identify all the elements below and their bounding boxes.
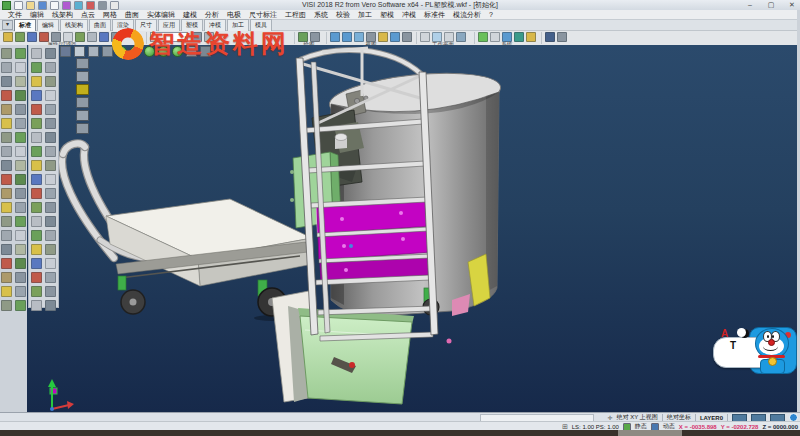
palette-inner-icon[interactable] <box>31 244 42 255</box>
palette-inner-icon[interactable] <box>45 90 56 101</box>
palette-outer-icon[interactable] <box>1 76 12 87</box>
toolbar-icon[interactable] <box>390 32 400 42</box>
quick-access-icon-3[interactable] <box>38 1 47 10</box>
palette-outer-icon[interactable] <box>1 104 12 115</box>
toolbar-icon[interactable] <box>111 32 121 42</box>
palette-inner-icon[interactable] <box>31 104 42 115</box>
palette-inner-icon[interactable] <box>31 132 42 143</box>
palette-outer-icon[interactable] <box>1 244 12 255</box>
palette-inner-icon[interactable] <box>31 188 42 199</box>
toolbar-icon[interactable] <box>514 32 524 42</box>
toolbar-tab-4[interactable]: 曲面 <box>89 19 111 32</box>
palette-inner-icon[interactable] <box>31 174 42 185</box>
palette-inner-icon[interactable] <box>31 202 42 213</box>
palette-inner-icon[interactable] <box>31 258 42 269</box>
palette-inner-icon[interactable] <box>45 132 56 143</box>
menu-item-14[interactable]: 校验 <box>336 10 350 20</box>
quick-access-icon-2[interactable] <box>26 1 35 10</box>
minimize-button[interactable]: – <box>744 0 756 10</box>
menu-item-13[interactable]: 系统 <box>314 10 328 20</box>
palette-inner-icon[interactable] <box>45 160 56 171</box>
toolbar-icon[interactable] <box>420 32 430 42</box>
palette-inner-icon[interactable] <box>45 76 56 87</box>
menu-item-15[interactable]: 加工 <box>358 10 372 20</box>
moon-icon[interactable] <box>740 329 749 338</box>
palette-outer-icon[interactable] <box>1 48 12 59</box>
palette-outer-icon[interactable] <box>1 174 12 185</box>
palette-inner-icon[interactable] <box>45 286 56 297</box>
palette-inner-icon[interactable] <box>31 286 42 297</box>
palette-outer-icon[interactable] <box>1 272 12 283</box>
palette-inner-icon[interactable] <box>45 48 56 59</box>
viewport-3d[interactable]: A T <box>27 45 797 412</box>
palette-inner-icon[interactable] <box>45 118 56 129</box>
toolbar-icon[interactable] <box>378 32 388 42</box>
palette-inner-icon[interactable] <box>31 62 42 73</box>
palette-inner-icon[interactable] <box>45 174 56 185</box>
quick-access-icon-1[interactable] <box>14 1 23 10</box>
toolbar-icon[interactable] <box>15 32 25 42</box>
quick-access-icon-7[interactable] <box>86 1 95 10</box>
palette-outer-icon[interactable] <box>15 62 26 73</box>
palette-outer-icon[interactable] <box>15 230 26 241</box>
toolbar-tab-6[interactable]: 尺寸 <box>135 19 157 32</box>
palette-inner-icon[interactable] <box>45 146 56 157</box>
palette-inner-icon[interactable] <box>45 258 56 269</box>
input-method-widget[interactable]: A T <box>713 325 797 375</box>
palette-outer-icon[interactable] <box>15 272 26 283</box>
palette-outer-icon[interactable] <box>15 300 26 311</box>
toolbar-icon[interactable] <box>27 32 37 42</box>
palette-inner-icon[interactable] <box>31 146 42 157</box>
palette-outer-icon[interactable] <box>15 104 26 115</box>
menu-item-18[interactable]: 标准件 <box>424 10 445 20</box>
toolbar-tab-10[interactable]: 加工 <box>227 19 249 32</box>
menu-item-19[interactable]: 模流分析 <box>453 10 481 20</box>
toolbar-icon[interactable] <box>490 32 500 42</box>
palette-outer-icon[interactable] <box>1 146 12 157</box>
palette-outer-icon[interactable] <box>15 118 26 129</box>
palette-outer-icon[interactable] <box>15 174 26 185</box>
menu-item-16[interactable]: 塑模 <box>380 10 394 20</box>
toolbar-tab-2[interactable]: 编辑 <box>37 19 59 32</box>
palette-outer-icon[interactable] <box>15 76 26 87</box>
toolbar-tab-1[interactable]: 标准 <box>14 19 36 32</box>
palette-inner-icon[interactable] <box>45 104 56 115</box>
palette-outer-icon[interactable] <box>15 258 26 269</box>
palette-inner-icon[interactable] <box>45 202 56 213</box>
palette-inner-icon[interactable] <box>45 230 56 241</box>
toolbar-tab-11[interactable]: 模具 <box>250 19 272 32</box>
palette-inner-icon[interactable] <box>45 300 56 311</box>
ime-letter-t[interactable]: T <box>730 340 736 351</box>
palette-outer-icon[interactable] <box>15 286 26 297</box>
quick-access-icon-8[interactable] <box>98 1 107 10</box>
palette-outer-icon[interactable] <box>1 132 12 143</box>
palette-outer-icon[interactable] <box>1 160 12 171</box>
toolbar-tab-7[interactable]: 应用 <box>158 19 180 32</box>
palette-outer-icon[interactable] <box>15 48 26 59</box>
palette-outer-icon[interactable] <box>15 146 26 157</box>
palette-inner-icon[interactable] <box>45 272 56 283</box>
palette-inner-icon[interactable] <box>31 90 42 101</box>
menu-item-17[interactable]: 冲模 <box>402 10 416 20</box>
quick-access-icon-9[interactable] <box>110 1 119 10</box>
toolbar-icon[interactable] <box>456 32 466 42</box>
palette-outer-icon[interactable] <box>15 216 26 227</box>
toolbar-tab-5[interactable]: 渲染 <box>112 19 134 32</box>
quick-access-icon-6[interactable] <box>74 1 83 10</box>
toolbar-tab-3[interactable]: 线架构 <box>60 19 88 32</box>
toolbar-tab-9[interactable]: 冲模 <box>204 19 226 32</box>
ime-letter-a[interactable]: A <box>721 328 728 339</box>
menu-item-12[interactable]: 工程图 <box>285 10 306 20</box>
palette-inner-icon[interactable] <box>31 272 42 283</box>
toolbar-icon[interactable] <box>342 32 352 42</box>
palette-outer-icon[interactable] <box>1 230 12 241</box>
palette-outer-icon[interactable] <box>1 300 12 311</box>
palette-inner-icon[interactable] <box>45 62 56 73</box>
toolbar-icon[interactable] <box>330 32 340 42</box>
palette-outer-icon[interactable] <box>1 286 12 297</box>
palette-inner-icon[interactable] <box>31 230 42 241</box>
tabbar-collapse-button[interactable]: ▾ <box>2 20 13 30</box>
palette-inner-icon[interactable] <box>31 48 42 59</box>
palette-outer-icon[interactable] <box>15 160 26 171</box>
palette-outer-icon[interactable] <box>15 202 26 213</box>
